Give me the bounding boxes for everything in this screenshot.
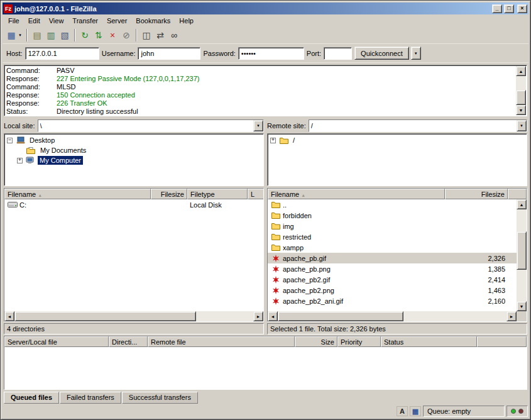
scroll-left-button[interactable]: ◄: [4, 311, 14, 321]
disconnect-icon[interactable]: ⊘: [119, 28, 133, 42]
tab-queued-files[interactable]: Queued files: [4, 392, 59, 404]
scroll-thumb[interactable]: [14, 311, 196, 321]
remote-hscrollbar[interactable]: ◄ ►: [268, 311, 517, 321]
file-row-xampp[interactable]: xampp: [268, 242, 517, 253]
column-header-filler: [477, 336, 527, 347]
maximize-button[interactable]: □: [504, 4, 514, 13]
file-row-restricted[interactable]: restricted: [268, 231, 517, 242]
remote-site-combobox[interactable]: ▼: [309, 119, 527, 132]
local-site-dropdown-icon[interactable]: ▼: [253, 120, 263, 131]
local-site-combobox[interactable]: ▼: [38, 119, 264, 132]
cancel-operation-icon[interactable]: ×: [106, 28, 119, 42]
tree-item-my-documents[interactable]: My Documents: [4, 145, 263, 155]
remote-pane: Remote site: ▼ +/ Filename ▲Filesize ..f…: [267, 118, 527, 334]
file-row-apache-pb2-png[interactable]: apache_pb2.png1,463: [268, 285, 517, 296]
column-header-priority[interactable]: Priority: [337, 336, 381, 347]
column-header-remote-file[interactable]: Remote file: [148, 336, 295, 347]
site-manager-icon-dropdown[interactable]: ▼: [16, 28, 24, 42]
message-log[interactable]: Command:PASVResponse:227 Entering Passiv…: [4, 65, 527, 116]
expand-icon[interactable]: +: [17, 158, 23, 163]
file-row-c[interactable]: C:Local Disk: [4, 199, 263, 210]
remote-site-input[interactable]: [309, 120, 517, 131]
tab-failed-transfers[interactable]: Failed transfers: [60, 392, 121, 404]
scroll-thumb[interactable]: [516, 90, 526, 105]
scroll-track[interactable]: [14, 311, 253, 321]
column-header-filesize[interactable]: Filesize: [151, 189, 187, 199]
toggle-directory-trees-icon[interactable]: ▥: [44, 28, 58, 42]
username-input[interactable]: [138, 47, 200, 60]
minimize-button[interactable]: _: [492, 4, 502, 13]
scroll-track[interactable]: [516, 76, 526, 105]
close-button[interactable]: ×: [517, 4, 527, 13]
titlebar[interactable]: Fz john@127.0.0.1 - FileZilla _ □ ×: [3, 3, 528, 14]
collapse-icon[interactable]: −: [7, 138, 13, 143]
local-site-input[interactable]: [38, 120, 253, 131]
menu-view[interactable]: View: [45, 15, 68, 26]
column-header-filetype[interactable]: Filetype: [187, 189, 248, 199]
column-header-filesize[interactable]: Filesize: [445, 189, 508, 199]
scroll-thumb[interactable]: [517, 231, 527, 270]
column-header-filename[interactable]: Filename ▲: [268, 189, 445, 199]
tree-item-my-computer[interactable]: +My Computer: [4, 155, 263, 165]
local-hscrollbar[interactable]: ◄ ►: [4, 311, 263, 321]
column-header-directi[interactable]: Directi...: [109, 336, 148, 347]
find-files-icon[interactable]: ∞: [167, 28, 181, 42]
log-vscrollbar[interactable]: ▲ ▼: [516, 66, 526, 115]
transfer-queue-body[interactable]: [4, 347, 527, 389]
scroll-down-button[interactable]: ▼: [516, 105, 526, 115]
file-row-item[interactable]: ..: [268, 199, 517, 210]
remote-site-dropdown-icon[interactable]: ▼: [517, 120, 527, 131]
menu-server[interactable]: Server: [102, 15, 131, 26]
scroll-up-button[interactable]: ▲: [517, 199, 527, 209]
scroll-track[interactable]: [278, 311, 506, 321]
quickconnect-button[interactable]: Quickconnect: [354, 47, 409, 60]
toggle-transfer-queue-icon[interactable]: ▧: [58, 28, 72, 42]
file-row-forbidden[interactable]: forbidden: [268, 210, 517, 221]
password-label: Password:: [203, 50, 235, 57]
quickconnect-dropdown-button[interactable]: ▼: [411, 47, 421, 60]
toggle-message-log-icon[interactable]: ▤: [30, 28, 44, 42]
transfer-type-icon[interactable]: A: [397, 406, 408, 416]
file-row-img[interactable]: img: [268, 221, 517, 231]
file-row-apache-pb-gif[interactable]: apache_pb.gif2,326: [268, 253, 517, 263]
menu-file[interactable]: File: [4, 15, 24, 26]
expand-icon[interactable]: +: [270, 138, 276, 143]
local-directory-tree[interactable]: −DesktopMy Documents+My Computer: [4, 133, 264, 186]
scroll-right-button[interactable]: ►: [253, 311, 263, 321]
scroll-right-button[interactable]: ►: [506, 311, 517, 321]
remote-file-list-body[interactable]: ..forbiddenimgrestrictedxamppapache_pb.g…: [268, 199, 517, 311]
host-input[interactable]: [25, 47, 99, 60]
remote-directory-tree[interactable]: +/: [267, 133, 527, 186]
file-row-apache-pb2-gif[interactable]: apache_pb2.gif2,414: [268, 274, 517, 285]
column-header-filename[interactable]: Filename ▲: [4, 189, 151, 199]
image-file-icon: [270, 255, 281, 262]
menu-bookmarks[interactable]: Bookmarks: [131, 15, 175, 26]
local-file-list-body[interactable]: C:Local Disk: [4, 199, 263, 311]
scroll-track[interactable]: [517, 209, 527, 301]
column-header-status[interactable]: Status: [381, 336, 477, 347]
log-line: Response:226 Transfer OK: [6, 99, 515, 108]
scroll-thumb[interactable]: [278, 311, 403, 321]
tree-item-desktop[interactable]: −Desktop: [4, 135, 263, 145]
column-header-server-local-file[interactable]: Server/Local file: [4, 336, 109, 347]
synchronized-browsing-icon[interactable]: ⇄: [153, 28, 167, 42]
process-queue-icon[interactable]: ⇅: [92, 28, 106, 42]
port-input[interactable]: [324, 47, 352, 60]
password-input[interactable]: [238, 47, 304, 60]
scroll-down-button[interactable]: ▼: [517, 301, 527, 311]
menu-transfer[interactable]: Transfer: [68, 15, 102, 26]
column-header-l[interactable]: L: [248, 189, 263, 199]
scroll-left-button[interactable]: ◄: [268, 311, 278, 321]
file-row-apache-pb-png[interactable]: apache_pb.png1,385: [268, 263, 517, 274]
keypad-icon[interactable]: ▦: [410, 406, 421, 416]
column-header-size[interactable]: Size: [295, 336, 337, 347]
tab-successful-transfers[interactable]: Successful transfers: [122, 392, 198, 404]
directory-comparison-icon[interactable]: ◫: [140, 28, 153, 42]
refresh-icon[interactable]: ↻: [78, 28, 92, 42]
menu-edit[interactable]: Edit: [24, 15, 45, 26]
file-row-apache-pb2-ani-gif[interactable]: apache_pb2_ani.gif2,160: [268, 296, 517, 306]
remote-vscrollbar[interactable]: ▲ ▼: [517, 199, 527, 311]
scroll-up-button[interactable]: ▲: [516, 66, 526, 76]
menu-help[interactable]: Help: [175, 15, 198, 26]
tree-item-item[interactable]: +/: [268, 135, 527, 145]
